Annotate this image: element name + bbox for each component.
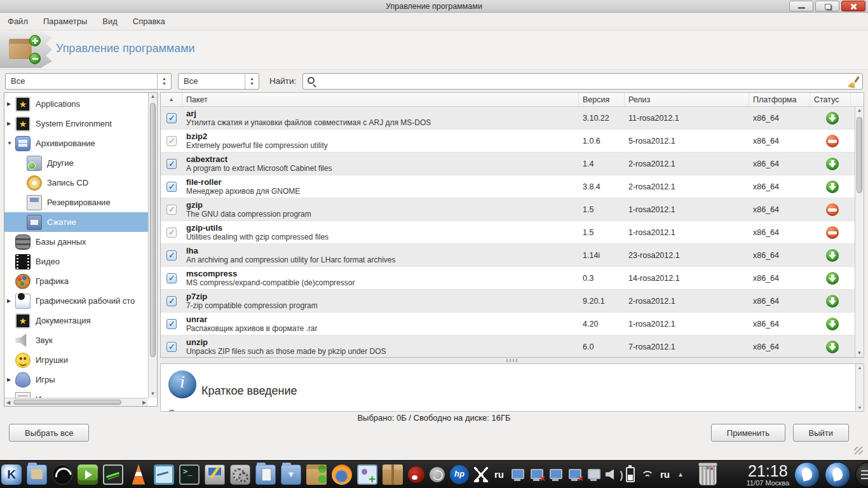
- tray-expand-icon[interactable]: [676, 470, 685, 479]
- category-filter-dropdown[interactable]: Все: [5, 73, 172, 90]
- scroll-left-icon[interactable]: ◀: [4, 398, 12, 406]
- expander-icon[interactable]: [7, 377, 15, 383]
- scrollbar-thumb[interactable]: [857, 117, 862, 193]
- media-player-icon[interactable]: [78, 464, 98, 485]
- package-checkbox[interactable]: [166, 227, 177, 238]
- file-manager-icon[interactable]: [27, 464, 47, 485]
- column-header-version[interactable]: Версия: [579, 93, 625, 106]
- control-center-icon[interactable]: [230, 464, 250, 485]
- menu-help[interactable]: Справка: [133, 17, 165, 26]
- sidebar-item-backup[interactable]: Резервирование: [4, 193, 148, 212]
- package-checkbox[interactable]: [166, 273, 177, 283]
- documents-folder-icon[interactable]: [255, 464, 276, 485]
- package-manager-icon[interactable]: [306, 464, 327, 485]
- sidebar-item-graphical-desktop[interactable]: Графический рабочий сто: [4, 291, 148, 311]
- sidebar-item-databases[interactable]: Базы данных: [4, 232, 148, 252]
- expander-icon[interactable]: [7, 298, 15, 304]
- sidebar-item-cd-burning[interactable]: Запись CD: [4, 173, 148, 193]
- network-pc-icon[interactable]: [548, 468, 562, 481]
- scroll-down-icon[interactable]: ▼: [856, 404, 864, 411]
- package-row-file-roller[interactable]: file-roller Менеджер архивов для GNOME 3…: [161, 175, 855, 198]
- quit-button[interactable]: Выйти: [793, 424, 850, 442]
- sync-tray-icon[interactable]: [430, 467, 445, 482]
- maximize-button[interactable]: [815, 1, 839, 11]
- clock-widget[interactable]: 21:18 11/07 Москва: [747, 463, 789, 487]
- package-checkbox[interactable]: [166, 296, 177, 306]
- sidebar-horizontal-scrollbar[interactable]: ◀ ▶: [4, 398, 148, 406]
- minimize-button[interactable]: [789, 1, 813, 11]
- wifi-icon[interactable]: [640, 468, 654, 481]
- volume-icon[interactable]: [606, 468, 621, 482]
- package-row-gzip[interactable]: gzip The GNU data compression program 1.…: [161, 198, 855, 221]
- package-checkbox[interactable]: [166, 113, 177, 123]
- scroll-up-icon[interactable]: ▲: [856, 364, 864, 371]
- clear-search-icon[interactable]: [848, 76, 858, 88]
- expander-icon[interactable]: [7, 101, 15, 107]
- battery-icon[interactable]: [626, 467, 635, 482]
- sidebar-item-publishing[interactable]: Издательство: [4, 390, 148, 398]
- package-checkbox[interactable]: [166, 205, 177, 215]
- window-titlebar[interactable]: Управление программами: [0, 0, 868, 13]
- kde-menu-icon[interactable]: [1, 464, 22, 485]
- package-checkbox[interactable]: [166, 342, 177, 352]
- apply-button[interactable]: Применить: [711, 424, 785, 442]
- web-browser-dark-icon[interactable]: [52, 464, 72, 485]
- user-manager-icon[interactable]: [357, 464, 377, 485]
- sidebar-item-applications[interactable]: Applications: [4, 94, 148, 114]
- trash-icon[interactable]: [699, 464, 717, 485]
- column-header-package[interactable]: Пакет: [182, 93, 579, 106]
- network-pc-error-icon[interactable]: ×: [567, 468, 581, 481]
- table-vertical-scrollbar[interactable]: ▲ ▼: [855, 107, 864, 357]
- menu-view[interactable]: Вид: [102, 17, 118, 26]
- package-row-p7zip[interactable]: p7zip 7-zip compatible compression progr…: [161, 290, 855, 313]
- package-checkbox[interactable]: [166, 182, 177, 192]
- terminal-icon[interactable]: [179, 464, 200, 485]
- package-box-icon[interactable]: [383, 464, 403, 485]
- search-box[interactable]: [302, 73, 863, 90]
- scroll-up-icon[interactable]: ▲: [149, 93, 157, 100]
- status-filter-dropdown[interactable]: Все: [178, 73, 259, 90]
- package-row-bzip2[interactable]: bzip2 Extremely powerful file compressio…: [161, 130, 855, 152]
- system-monitor-icon[interactable]: [103, 464, 123, 485]
- close-button[interactable]: [841, 1, 865, 11]
- sidebar-vertical-scrollbar[interactable]: ▲ ▼: [148, 93, 157, 398]
- package-checkbox[interactable]: [166, 159, 177, 169]
- column-header-release[interactable]: Релиз: [625, 93, 749, 106]
- monitor-app-icon[interactable]: [154, 464, 174, 485]
- package-row-mscompress[interactable]: mscompress MS compress/expand-compatible…: [161, 267, 855, 290]
- package-row-unzip[interactable]: unzip Unpacks ZIP files such as those ma…: [161, 336, 855, 357]
- hp-tray-icon[interactable]: [450, 465, 469, 484]
- network-pc-error-icon[interactable]: ×: [529, 468, 543, 481]
- spinner-arrows-icon[interactable]: [245, 74, 259, 89]
- sidebar-item-games[interactable]: Игры: [4, 370, 148, 390]
- red-app-tray-icon[interactable]: [408, 466, 424, 483]
- package-row-unrar[interactable]: unrar Распаковщик архивов в формате .rar…: [161, 313, 855, 336]
- sort-column-header[interactable]: ▲: [161, 93, 182, 106]
- firefox-icon[interactable]: [332, 464, 352, 485]
- menu-orb-icon[interactable]: [855, 462, 868, 487]
- menu-options[interactable]: Параметры: [43, 17, 87, 26]
- expander-icon[interactable]: [7, 121, 15, 126]
- sidebar-item-archiving[interactable]: Архивирование: [4, 133, 148, 153]
- sidebar-item-system-environment[interactable]: System Environment: [4, 114, 148, 133]
- keyboard-layout-indicator[interactable]: ru: [493, 469, 505, 480]
- rosa-orb-icon[interactable]: [825, 462, 850, 487]
- package-checkbox[interactable]: [166, 319, 177, 329]
- sidebar-item-graphics[interactable]: Графика: [4, 271, 148, 291]
- package-row-cabextract[interactable]: cabextract A program to extract Microsof…: [161, 152, 855, 175]
- keyboard-layout-indicator[interactable]: ru: [659, 469, 671, 480]
- package-checkbox[interactable]: [166, 136, 177, 146]
- remote-connect-icon[interactable]: [205, 464, 225, 485]
- sidebar-item-video[interactable]: Видео: [4, 252, 148, 271]
- package-row-gzip-utils[interactable]: gzip-utils Utilities dealing with gzip c…: [161, 221, 855, 244]
- package-checkbox[interactable]: [166, 250, 177, 261]
- scroll-down-icon[interactable]: ▼: [149, 390, 157, 398]
- scrollbar-thumb[interactable]: [150, 103, 156, 357]
- sidebar-item-sound[interactable]: Звук: [4, 330, 148, 350]
- scrollbar-thumb[interactable]: [13, 400, 121, 405]
- package-row-arj[interactable]: arj Утилита сжатия и упаковки файлов сов…: [161, 107, 855, 130]
- network-pc-icon[interactable]: [510, 468, 524, 481]
- window-resize-grip[interactable]: [854, 447, 863, 454]
- expander-icon[interactable]: [7, 140, 15, 146]
- scroll-up-icon[interactable]: ▲: [855, 107, 864, 114]
